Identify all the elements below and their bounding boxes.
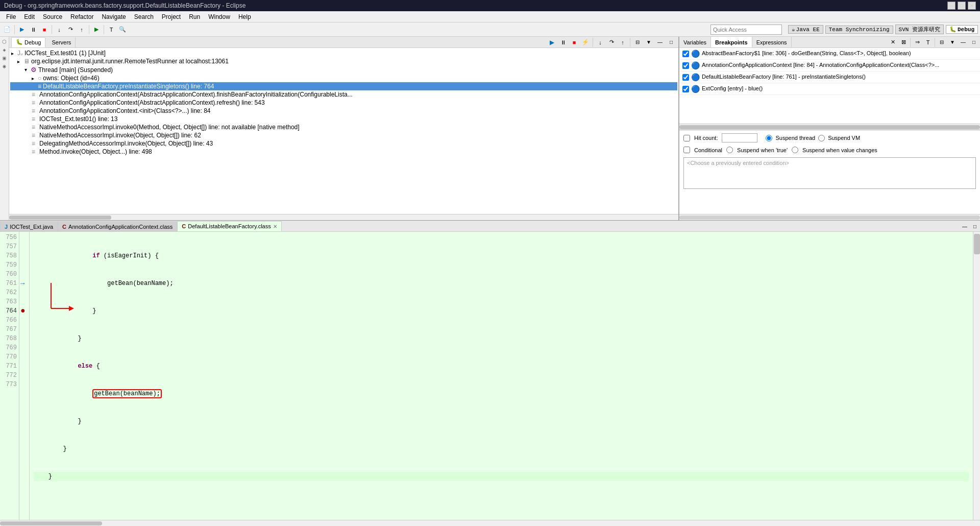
code-area[interactable]: if (isEagerInit) { getBean(beanName); } … (30, 232, 973, 520)
conditional-checkbox[interactable] (683, 147, 690, 153)
run-button[interactable]: ▶ (91, 25, 102, 35)
bp-check-2[interactable] (682, 62, 689, 69)
debug-resume-button[interactable]: ▶ (17, 25, 27, 35)
debug-suspend-button[interactable]: ⏸ (28, 25, 38, 35)
bp-hscroll[interactable] (679, 124, 980, 130)
perspective-svn[interactable]: SVN 资源库研究 (895, 25, 944, 34)
tab-breakpoints[interactable]: Breakpoints (711, 37, 752, 47)
menu-navigate[interactable]: Navigate (97, 12, 130, 21)
bp-remove-button[interactable]: ✕ (888, 37, 898, 47)
menu-edit[interactable]: Edit (20, 12, 39, 21)
quick-access-area (710, 25, 782, 35)
cond-type-radio2[interactable] (792, 147, 798, 153)
view-menu-button[interactable]: ▼ (644, 37, 654, 47)
tree-item-method-invoke[interactable]: ≡ Method.invoke(Object, Object...) line:… (10, 148, 677, 156)
menu-window[interactable]: Window (204, 12, 234, 21)
bp-remove-all-button[interactable]: ⊠ (898, 37, 909, 47)
menu-search[interactable]: Search (130, 12, 158, 21)
bp-collapse-button[interactable]: ⊟ (937, 37, 947, 47)
bp-item-1[interactable]: 🔵 AbstractBeanFactory$1 [line: 306] - do… (679, 48, 980, 60)
bp-item-2[interactable]: 🔵 AnnotationConfigApplicationContext [li… (679, 60, 980, 71)
debug-panel-disconnect[interactable]: ⚡ (580, 37, 591, 47)
ln-757: 757 (0, 242, 17, 251)
bp-minimize-button[interactable]: — (958, 37, 968, 47)
tree-item-ioctest[interactable]: ▸ Jᵤ IOCTest_Ext.test01 (1) [JUnit] (10, 49, 677, 57)
bp-check-3[interactable] (682, 74, 689, 81)
bp-check-4[interactable] (682, 86, 689, 92)
tree-item-defaultlistable[interactable]: ≡ DefaultListableBeanFactory.preInstanti… (10, 82, 677, 90)
tab-ioctest[interactable]: J IOCTest_Ext.java (0, 221, 58, 231)
debug-panel-stepover[interactable]: ↷ (606, 37, 617, 47)
menu-file[interactable]: File (2, 12, 20, 21)
step-into-button[interactable]: ↓ (54, 25, 64, 35)
cond-type-radio1[interactable] (726, 147, 733, 153)
editor-hscroll[interactable] (0, 520, 980, 526)
debug-panel-stepreturn[interactable]: ↑ (618, 37, 628, 47)
debug-stop-button[interactable]: ■ (39, 25, 50, 35)
maximize-panel-button[interactable]: □ (666, 37, 676, 47)
defaultlistable-tab-close[interactable]: ✕ (273, 224, 277, 229)
debug-hscroll[interactable] (9, 214, 678, 220)
condition-placeholder[interactable]: <Choose a previously entered condition> (685, 159, 974, 167)
tree-item-annotation3[interactable]: ≡ AnnotationConfigApplicationContext.<in… (10, 107, 677, 115)
menu-refactor[interactable]: Refactor (66, 12, 97, 21)
editor-maximize-button[interactable]: □ (970, 221, 980, 231)
debug-panel-suspend[interactable]: ⏸ (558, 37, 568, 47)
debug-panel-stop[interactable]: ■ (569, 37, 579, 47)
menu-help[interactable]: Help (234, 12, 255, 21)
sidebar-icon-1[interactable]: ⬡ (2, 39, 7, 45)
bp-type-button[interactable]: T (923, 37, 933, 47)
close-button[interactable]: ✕ (968, 2, 976, 10)
search-button[interactable]: 🔍 (117, 25, 128, 35)
debug-panel-resume[interactable]: ▶ (547, 37, 557, 47)
bp-details-hscroll[interactable] (679, 214, 980, 220)
suspend-vm-radio[interactable] (818, 135, 825, 141)
new-button[interactable]: 📄 (2, 25, 12, 35)
tree-item-annotation1[interactable]: ≡ AnnotationConfigApplicationContext(Abs… (10, 90, 677, 99)
tree-item-annotation2[interactable]: ≡ AnnotationConfigApplicationContext(Abs… (10, 99, 677, 107)
debug-panel-stepinto[interactable]: ↓ (595, 37, 605, 47)
tree-item-owns[interactable]: ▸ ○ owns: Object (id=46) (10, 74, 677, 82)
bp-check-1[interactable] (682, 51, 689, 57)
bp-go-button[interactable]: ⇒ (912, 37, 922, 47)
tree-item-native2[interactable]: ≡ NativeMethodAccessorImpl.invoke(Object… (10, 131, 677, 139)
tab-annotationconfig[interactable]: C AnnotationConfigApplicationContext.cla… (58, 221, 177, 231)
maximize-button[interactable]: □ (958, 2, 966, 10)
collapse-all-button[interactable]: ⊟ (632, 37, 643, 47)
suspend-thread-radio[interactable] (766, 135, 772, 141)
bp-item-4[interactable]: 🔵 ExtConfig [entry] - blue() (679, 83, 980, 95)
editor-minimize-button[interactable]: — (960, 221, 970, 231)
editor-vscroll[interactable] (973, 232, 980, 520)
bp-menu-button[interactable]: ▼ (947, 37, 958, 47)
sidebar-icon-4[interactable]: ◉ (3, 63, 6, 69)
perspective-java-ee[interactable]: ☕ Java EE (788, 25, 823, 34)
tree-item-ioctest-method[interactable]: ≡ IOCTest_Ext.test01() line: 13 (10, 115, 677, 123)
tab-variables[interactable]: Variables (679, 37, 711, 47)
bp-maximize-button[interactable]: □ (969, 37, 979, 47)
menu-source[interactable]: Source (39, 12, 66, 21)
hit-count-checkbox[interactable] (683, 135, 690, 141)
menu-project[interactable]: Project (158, 12, 185, 21)
perspective-debug[interactable]: 🐛 Debug (946, 25, 978, 34)
step-return-button[interactable]: ↑ (77, 25, 87, 35)
tab-defaultlistable[interactable]: C DefaultListableBeanFactory.class ✕ (177, 221, 281, 231)
hit-count-input[interactable] (722, 133, 757, 142)
menu-run[interactable]: Run (185, 12, 204, 21)
step-over-button[interactable]: ↷ (65, 25, 76, 35)
tree-item-runner[interactable]: ▸ 🖥 org.eclipse.jdt.internal.junit.runne… (10, 57, 677, 65)
open-type-button[interactable]: T (106, 25, 116, 35)
sidebar-icon-2[interactable]: ◈ (3, 47, 6, 53)
tab-debug[interactable]: 🐛 Debug (11, 37, 45, 47)
tree-item-delegating[interactable]: ≡ DelegatingMethodAccessorImpl.invoke(Ob… (10, 139, 677, 148)
tab-expressions[interactable]: Expressions (752, 37, 792, 47)
minimize-panel-button[interactable]: — (655, 37, 665, 47)
minimize-button[interactable]: ─ (947, 2, 955, 10)
bp-item-3[interactable]: 🔵 DefaultListableBeanFactory [line: 761]… (679, 71, 980, 83)
sidebar-icon-3[interactable]: ▣ (3, 55, 6, 61)
quick-access-input[interactable] (710, 25, 782, 35)
tree-item-thread[interactable]: ▾ ⚙ Thread [main] (Suspended) (10, 65, 677, 74)
tree-item-native1[interactable]: ≡ NativeMethodAccessorImpl.invoke0(Metho… (10, 123, 677, 131)
ln-758: 758 (0, 251, 17, 260)
tab-servers[interactable]: Servers (47, 37, 76, 47)
perspective-team-sync[interactable]: Team Synchronizing (825, 26, 893, 34)
